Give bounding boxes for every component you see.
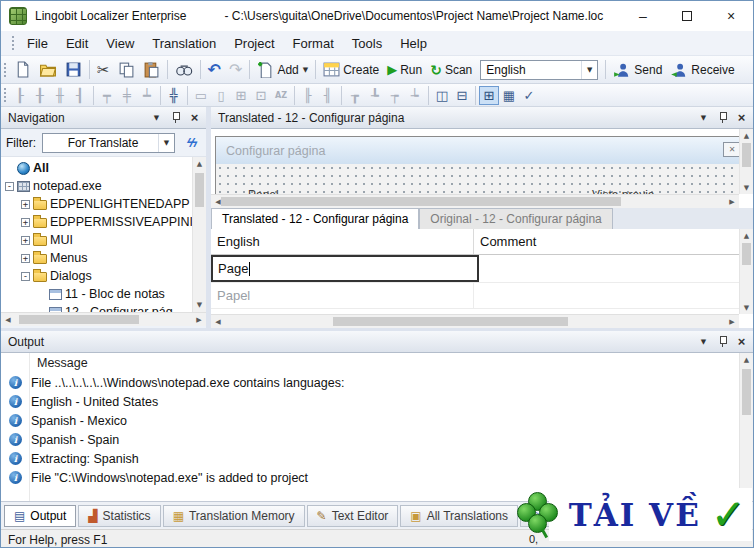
- menu-translation[interactable]: Translation: [143, 33, 225, 54]
- tree-horizontal-scrollbar[interactable]: ◀ ▶: [1, 312, 206, 326]
- create-button[interactable]: Create: [319, 58, 383, 81]
- scroll-right-arrow[interactable]: ▶: [192, 313, 206, 327]
- menu-file[interactable]: File: [18, 33, 57, 54]
- scroll-down-arrow[interactable]: ▼: [740, 301, 753, 314]
- tree-vertical-scrollbar[interactable]: ▲ ▼: [192, 157, 206, 312]
- menu-help[interactable]: Help: [391, 33, 436, 54]
- scrollbar-thumb[interactable]: [19, 315, 139, 324]
- preview-horizontal-scrollbar[interactable]: ◀ ▶: [211, 194, 739, 208]
- scrollbar-thumb[interactable]: [742, 143, 751, 167]
- tree-expander-icon[interactable]: +: [21, 254, 30, 263]
- scrollbar-thumb[interactable]: [742, 243, 751, 265]
- add-file-button[interactable]: Add ▼: [253, 58, 312, 81]
- language-combobox[interactable]: English ▼: [480, 60, 598, 80]
- scroll-right-arrow[interactable]: ▶: [725, 315, 739, 329]
- tree-item-notepad-exe[interactable]: -notepad.exe: [1, 177, 192, 195]
- output-message-row[interactable]: iExtracting: Spanish: [1, 449, 753, 468]
- panel-menu-button[interactable]: ▼: [696, 334, 711, 349]
- tree-item-12-configurar-p-g[interactable]: 12 - Configurar pág: [1, 303, 192, 312]
- minimize-button[interactable]: –: [621, 1, 665, 31]
- receive-button[interactable]: Receive: [666, 58, 738, 81]
- tree-item-all[interactable]: All: [1, 159, 192, 177]
- paste-button[interactable]: [139, 58, 164, 81]
- scroll-up-arrow[interactable]: ▲: [740, 129, 753, 142]
- tree-item-menus[interactable]: +Menus: [1, 249, 192, 267]
- scroll-right-arrow[interactable]: ▶: [725, 195, 739, 209]
- toggle-grid-icon[interactable]: ⊞: [479, 86, 499, 105]
- output-vertical-scrollbar[interactable]: ▲ ▼: [739, 353, 753, 501]
- scroll-up-arrow[interactable]: ▲: [193, 157, 206, 171]
- send-button[interactable]: Send: [609, 58, 666, 81]
- scroll-left-arrow[interactable]: ◀: [1, 313, 15, 327]
- output-message-row[interactable]: iSpanish - Spain: [1, 430, 753, 449]
- tree-item-dialogs[interactable]: -Dialogs: [1, 267, 192, 285]
- menu-view[interactable]: View: [97, 33, 143, 54]
- menu-format[interactable]: Format: [284, 33, 343, 54]
- dialog-preview[interactable]: Configurar página ✕ Papel Vista previa ▲…: [211, 129, 753, 208]
- scroll-up-arrow[interactable]: ▲: [740, 353, 753, 367]
- output-message-row[interactable]: iFile "C:\Windows\notepad.exe" is added …: [1, 468, 753, 487]
- tab-original[interactable]: Original - 12 - Configurar página: [419, 208, 612, 229]
- tree-item-mui[interactable]: +MUI: [1, 231, 192, 249]
- open-project-button[interactable]: [35, 58, 61, 81]
- menu-project[interactable]: Project: [225, 33, 283, 54]
- bottom-tab-translation-memory[interactable]: ▦Translation Memory: [163, 505, 305, 527]
- tree-expander-icon[interactable]: -: [5, 182, 14, 191]
- run-button[interactable]: ▶ Run: [383, 58, 426, 81]
- bottom-tab-statistics[interactable]: ▟Statistics: [78, 505, 160, 527]
- grid-horizontal-scrollbar[interactable]: ◀ ▶: [211, 314, 739, 328]
- check-mnemonics-icon[interactable]: ✓: [519, 86, 539, 105]
- close-button[interactable]: ×: [709, 1, 753, 31]
- tree-expander-icon[interactable]: -: [21, 272, 30, 281]
- grid-row-original[interactable]: Papel: [211, 283, 753, 309]
- tab-translated[interactable]: Translated - 12 - Configurar página: [211, 208, 419, 229]
- preview-dialog[interactable]: Configurar página ✕ Papel Vista previa: [215, 136, 739, 194]
- refresh-filter-button[interactable]: ϟϟ: [181, 133, 201, 153]
- tree-item-edppermissiveappini[interactable]: +EDPPERMISSIVEAPPINI: [1, 213, 192, 231]
- panel-pin-button[interactable]: [715, 110, 730, 125]
- save-button[interactable]: [61, 58, 86, 81]
- find-button[interactable]: [171, 58, 197, 81]
- filter-combobox[interactable]: For Translate ▼: [42, 133, 175, 153]
- bottom-tab-all-translations[interactable]: ▣All Translations: [400, 505, 518, 527]
- panel-pin-button[interactable]: [168, 110, 183, 125]
- panel-menu-button[interactable]: ▼: [149, 110, 164, 125]
- dialog-preview-canvas[interactable]: Configurar página ✕ Papel Vista previa: [211, 129, 739, 194]
- cut-button[interactable]: ✂: [93, 58, 114, 81]
- copy-button[interactable]: [114, 58, 139, 81]
- preview-vertical-scrollbar[interactable]: ▲ ▼: [739, 129, 753, 194]
- output-message-row[interactable]: iSpanish - Mexico: [1, 411, 753, 430]
- panel-pin-button[interactable]: [715, 334, 730, 349]
- center-controls-icon[interactable]: ⊟: [452, 86, 472, 105]
- tree-expander-icon[interactable]: +: [21, 200, 30, 209]
- maximize-button[interactable]: [665, 1, 709, 31]
- test-dialog-icon[interactable]: ◫: [432, 86, 452, 105]
- scroll-up-arrow[interactable]: ▲: [740, 229, 753, 242]
- panel-close-button[interactable]: ×: [187, 110, 202, 125]
- output-message-row[interactable]: iFile ..\..\..\..\..\Windows\notepad.exe…: [1, 373, 753, 392]
- column-header-english[interactable]: English: [211, 229, 473, 254]
- scroll-down-arrow[interactable]: ▼: [740, 181, 753, 194]
- scrollbar-thumb[interactable]: [195, 173, 204, 207]
- comment-cell[interactable]: [473, 283, 753, 308]
- menu-edit[interactable]: Edit: [57, 33, 97, 54]
- column-header-comment[interactable]: Comment: [473, 229, 739, 254]
- scroll-left-arrow[interactable]: ◀: [211, 315, 225, 329]
- center-in-dialog-icon[interactable]: ╬: [164, 86, 184, 105]
- panel-close-button[interactable]: ×: [734, 334, 749, 349]
- translation-edit-cell[interactable]: Page: [211, 255, 479, 282]
- message-column-header[interactable]: Message: [1, 353, 753, 373]
- new-project-button[interactable]: [10, 58, 35, 81]
- panel-close-button[interactable]: ×: [734, 110, 749, 125]
- panel-menu-button[interactable]: ▼: [696, 110, 711, 125]
- grid-vertical-scrollbar[interactable]: ▲ ▼: [739, 229, 753, 314]
- scroll-down-arrow[interactable]: ▼: [193, 298, 206, 312]
- tree-expander-icon[interactable]: +: [21, 236, 30, 245]
- tree-item-11-bloc-de-notas[interactable]: 11 - Bloc de notas: [1, 285, 192, 303]
- scrollbar-thumb[interactable]: [742, 369, 751, 415]
- bottom-tab-output[interactable]: ▤Output: [4, 505, 76, 527]
- scrollbar-thumb[interactable]: [221, 197, 621, 206]
- menu-tools[interactable]: Tools: [343, 33, 391, 54]
- scrollbar-thumb[interactable]: [333, 317, 568, 326]
- original-text-cell[interactable]: Papel: [211, 288, 473, 303]
